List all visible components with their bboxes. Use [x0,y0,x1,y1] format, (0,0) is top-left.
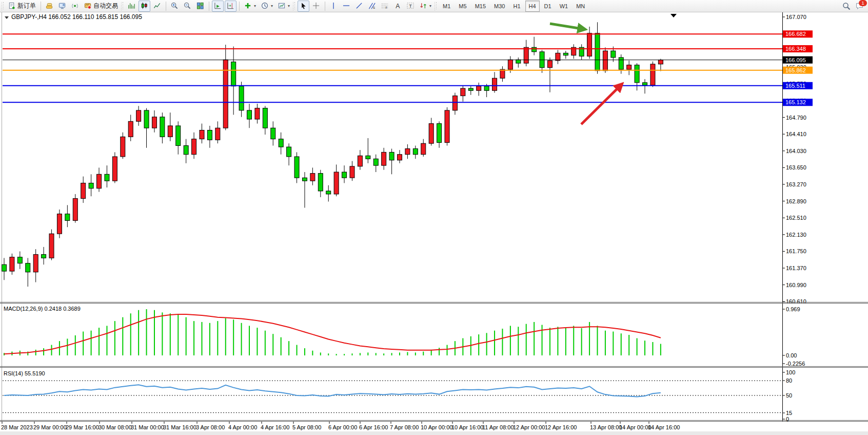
candle-body [635,65,639,83]
macd-histogram-bar [336,354,337,355]
candle-body [168,126,172,137]
price-badge-label: 166.095 [785,57,806,63]
macd-histogram-bar [526,324,527,355]
macd-histogram-bar [621,333,622,355]
notification-badge: 1 [859,0,867,6]
fibonacci-button[interactable]: F [379,1,391,12]
price-badge: 166.095 [783,56,813,64]
price-tick-label: 162.890 [786,198,806,204]
toolbar-grip[interactable] [435,2,437,10]
timeframe-button-m15[interactable]: M15 [471,1,489,12]
hline-icon [343,2,350,10]
price-badge: 165.511 [783,82,813,89]
chart-canvas[interactable]: GBPJPY-,H4 166.052 166.110 165.815 166.0… [0,12,868,435]
new-order-button[interactable]: 新订单 [6,1,38,12]
macd-histogram-bar [549,328,550,355]
candle-body [152,117,156,128]
date-label: 4 Apr 00:00 [228,424,257,430]
timeframe-button-d1[interactable]: D1 [541,1,555,12]
trendline-button[interactable] [353,1,365,12]
equidistant-channel-button[interactable]: E [366,1,378,12]
macd-histogram-bar [51,345,52,355]
crosshair-button[interactable] [310,1,322,12]
timeframe-button-mn[interactable]: MN [573,1,588,12]
macd-histogram-bar [447,345,448,355]
vertical-line-button[interactable] [328,1,340,12]
zoom-in-button[interactable] [169,1,181,12]
price-tick-label: 160.990 [786,282,806,288]
chart-shift-button[interactable] [225,1,236,12]
zoom-out-button[interactable] [182,1,193,12]
navigator-button[interactable] [69,1,81,12]
candle-body [516,60,521,63]
candle-body [627,65,632,70]
macd-histogram-bar [376,353,377,355]
chevron-down-icon: ▾ [254,4,256,8]
candle-body [294,157,299,178]
candle-body [587,33,592,56]
toolbar-grip[interactable] [2,2,4,10]
timeframe-button-m30[interactable]: M30 [490,1,508,12]
candle-body [358,156,362,166]
macd-histogram-bar [605,331,606,355]
candle-body [334,172,339,194]
rsi-tick-label: 15 [786,410,792,416]
cursor-button[interactable] [298,1,309,12]
market-watch-button[interactable] [44,1,55,12]
chart-window[interactable]: GBPJPY-,H4 166.052 166.110 165.815 166.0… [0,12,868,435]
macd-histogram-bar [43,348,44,355]
candle-body [318,174,323,191]
arrows-button[interactable]: ▾ [418,1,433,12]
rsi-tick-label: 80 [786,377,792,384]
timeframe-button-w1[interactable]: W1 [556,1,572,12]
candle-body [492,78,497,90]
timeframe-button-h4[interactable]: H4 [525,1,540,12]
macd-tick-label: -0.2256 [786,361,805,367]
macd-histogram-bar [281,337,282,355]
macd-histogram-bar [439,348,440,355]
macd-histogram-bar [391,353,392,355]
toolbar-separator [325,2,325,11]
line-chart-button[interactable] [151,1,163,12]
candle-body [326,191,331,194]
candle-body [231,62,236,86]
macd-histogram-bar [383,353,384,355]
macd-histogram-bar [628,335,629,355]
gold-icon [46,2,53,10]
candlestick-chart-button[interactable] [139,1,150,12]
candle-body [556,53,560,61]
candle-body [500,69,505,78]
candle-body [405,149,410,155]
candle-body [215,128,220,140]
toolbar-grip[interactable] [121,2,124,10]
text-button[interactable]: A [392,1,404,12]
macd-histogram-bar [304,348,305,355]
notifications-button[interactable]: 1 [856,2,864,10]
date-label: 30 Mar 08:00 [98,424,132,430]
timeframe-button-m1[interactable]: M1 [439,1,454,12]
macd-histogram-bar [581,328,582,355]
auto-scroll-button[interactable] [212,1,224,12]
bar-chart-button[interactable] [126,1,137,12]
autotrading-button[interactable]: 自动交易 [82,1,120,12]
data-window-button[interactable] [56,1,68,12]
tile-windows-button[interactable] [194,1,206,12]
templates-button[interactable]: ▾ [276,1,292,12]
toolbar-grip[interactable] [293,2,295,10]
indicator-plus-icon [244,2,252,10]
macd-histogram-bar [138,310,139,355]
search-button[interactable] [842,2,851,10]
date-label: 12 Apr 00:00 [513,424,545,430]
timeframe-button-h1[interactable]: H1 [509,1,524,12]
candle-body [437,124,442,143]
indicators-button[interactable]: ▾ [242,1,258,12]
macd-histogram-bar [367,352,368,355]
text-label-button[interactable]: T [405,1,417,12]
price-badge-label: 165.511 [785,83,805,89]
timeframe-button-m5[interactable]: M5 [455,1,470,12]
periods-button[interactable]: ▾ [259,1,275,12]
horizontal-line-button[interactable] [341,1,352,12]
monitor-icon [58,2,66,10]
macd-histogram-bar [494,331,495,355]
candle-body [42,254,46,258]
